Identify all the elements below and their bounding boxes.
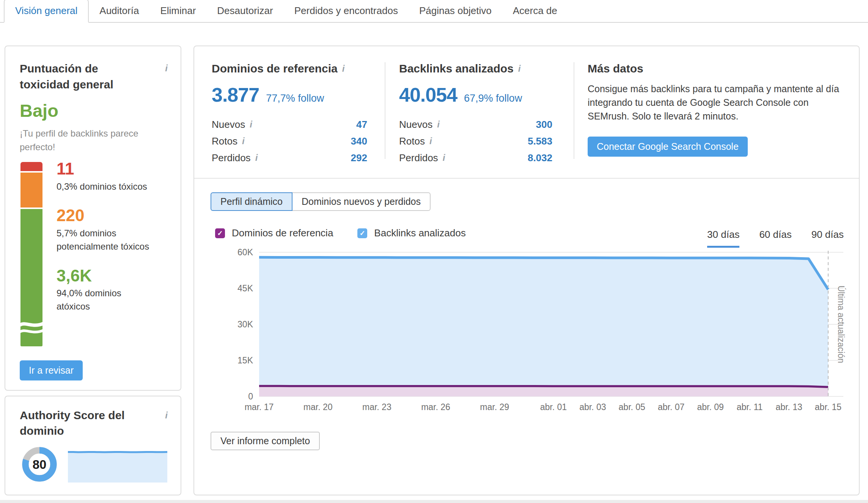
non-toxic-label: 94,0% dominios atóxicos xyxy=(57,287,156,313)
non-toxic-domains-stat: 3,6K 94,0% dominios atóxicos xyxy=(57,266,167,313)
toxic-domains-count: 11 xyxy=(57,159,167,179)
more-data-description: Consigue más backlinks para tu campaña y… xyxy=(588,82,849,123)
legend-dominios-referencia[interactable]: ✓ Dominios de referencia xyxy=(215,227,333,239)
row-value[interactable]: 8.032 xyxy=(528,152,552,164)
row-label: Perdidos xyxy=(212,152,251,164)
potentially-toxic-domains-stat: 220 5,7% dominios potencialmente tóxicos xyxy=(57,206,167,253)
toxicity-stats-list: 11 0,3% dominios tóxicos 220 5,7% domini… xyxy=(57,159,167,326)
tab-acerca-de[interactable]: Acerca de xyxy=(502,0,568,22)
view-tab-perfil-dinamico[interactable]: Perfil dinámico xyxy=(211,192,292,211)
row-label: Rotos xyxy=(212,135,237,147)
go-review-button[interactable]: Ir a revisar xyxy=(20,360,83,380)
row-value[interactable]: 300 xyxy=(536,119,552,130)
svg-text:30K: 30K xyxy=(237,319,253,329)
svg-text:abr. 01: abr. 01 xyxy=(540,402,567,412)
authority-card-title: Authority Score del dominio xyxy=(20,408,141,439)
tab-paginas-objetivo[interactable]: Páginas objetivo xyxy=(409,0,502,22)
checkbox-checked-icon[interactable]: ✓ xyxy=(215,228,225,238)
connect-gsc-button[interactable]: Conectar Google Search Console xyxy=(588,137,748,157)
row-value[interactable]: 5.583 xyxy=(528,135,552,147)
info-icon[interactable]: i xyxy=(165,64,168,73)
row-value[interactable]: 292 xyxy=(351,152,367,164)
bar-break-wave-icon xyxy=(20,321,43,336)
row-label: Nuevos xyxy=(212,119,245,130)
tab-auditoria[interactable]: Auditoría xyxy=(89,0,149,22)
backlinks-column: Backlinks analizados i 40.054 67,9% foll… xyxy=(399,62,552,166)
info-icon[interactable]: i xyxy=(429,137,432,146)
view-tab-dominios-nuevos-perdidos[interactable]: Dominios nuevos y perdidos xyxy=(292,192,431,211)
top-tab-bar: Visión general Auditoría Eliminar Desaut… xyxy=(0,0,868,23)
svg-text:mar. 26: mar. 26 xyxy=(421,402,450,412)
row-label: Nuevos xyxy=(399,119,432,130)
stat-row-nuevos: Nuevos i 300 xyxy=(399,116,552,133)
svg-text:Última actualización: Última actualización xyxy=(836,286,846,363)
toxicity-score-card: Puntuación de toxicidad general i Bajo ¡… xyxy=(5,46,181,391)
referring-domains-follow[interactable]: 77,7% follow xyxy=(266,93,324,104)
info-icon[interactable]: i xyxy=(342,64,345,73)
chart-legend: ✓ Dominios de referencia ✓ Backlinks ana… xyxy=(215,227,490,239)
profile-dynamics-chart[interactable]: 015K30K45K60KÚltima actualizaciónmar. 17… xyxy=(236,244,859,420)
svg-text:15K: 15K xyxy=(237,355,253,365)
stat-row-perdidos: Perdidos i 8.032 xyxy=(399,149,552,166)
stat-row-rotos: Rotos i 5.583 xyxy=(399,133,552,149)
toxicity-stacked-bar xyxy=(20,162,42,346)
legend-backlinks-analizados[interactable]: ✓ Backlinks analizados xyxy=(357,227,465,239)
info-icon[interactable]: i xyxy=(255,153,258,162)
non-toxic-count: 3,6K xyxy=(57,266,167,286)
authority-score-card: Authority Score del dominio i 80 xyxy=(5,396,181,495)
top-stats-row: Dominios de referencia i 3.877 77,7% fol… xyxy=(194,46,859,178)
legend-label: Dominios de referencia xyxy=(232,227,333,239)
legend-label: Backlinks analizados xyxy=(374,227,465,239)
authority-score-sparkline xyxy=(68,448,167,483)
potentially-toxic-label: 5,7% dominios potencialmente tóxicos xyxy=(57,227,156,253)
stat-row-perdidos: Perdidos i 292 xyxy=(212,149,367,166)
row-label: Rotos xyxy=(399,135,425,147)
referring-domains-title: Dominios de referencia xyxy=(212,62,338,75)
info-icon[interactable]: i xyxy=(242,137,245,146)
tab-eliminar[interactable]: Eliminar xyxy=(149,0,206,22)
svg-text:abr. 09: abr. 09 xyxy=(697,402,723,412)
stat-row-nuevos: Nuevos i 47 xyxy=(212,116,367,133)
referring-domains-column: Dominios de referencia i 3.877 77,7% fol… xyxy=(212,62,367,166)
toxicity-level-value: Bajo xyxy=(20,100,58,121)
more-data-column: Más datos Consigue más backlinks para tu… xyxy=(588,62,849,157)
non-toxic-bar-segment xyxy=(20,209,42,346)
svg-text:abr. 05: abr. 05 xyxy=(619,402,645,412)
full-report-button[interactable]: Ver informe completo xyxy=(211,432,320,450)
info-icon[interactable]: i xyxy=(518,64,521,73)
svg-text:abr. 11: abr. 11 xyxy=(737,402,763,412)
svg-text:45K: 45K xyxy=(237,283,253,293)
column-divider xyxy=(574,62,574,159)
info-icon[interactable]: i xyxy=(250,120,252,129)
info-icon[interactable]: i xyxy=(443,153,445,162)
tab-vision-general[interactable]: Visión general xyxy=(4,0,89,23)
potentially-toxic-bar-segment xyxy=(20,173,42,207)
chart-view-switch: Perfil dinámico Dominios nuevos y perdid… xyxy=(211,192,431,211)
toxicity-card-title: Puntuación de toxicidad general xyxy=(20,61,134,93)
potentially-toxic-count: 220 xyxy=(57,206,167,225)
section-divider xyxy=(194,178,859,179)
stat-row-rotos: Rotos i 340 xyxy=(212,133,367,149)
page-bottom-strip xyxy=(0,500,868,503)
backlinks-title: Backlinks analizados xyxy=(399,62,514,75)
svg-text:60K: 60K xyxy=(237,247,253,257)
overview-main-card: Dominios de referencia i 3.877 77,7% fol… xyxy=(193,46,860,495)
checkbox-checked-icon[interactable]: ✓ xyxy=(357,228,367,238)
backlinks-total[interactable]: 40.054 xyxy=(399,83,457,106)
row-value[interactable]: 47 xyxy=(356,119,367,130)
svg-text:abr. 03: abr. 03 xyxy=(579,402,606,412)
row-label: Perdidos xyxy=(399,152,438,164)
toxicity-message: ¡Tu perfil de backlinks parece perfecto! xyxy=(20,127,149,154)
row-value[interactable]: 340 xyxy=(351,135,367,147)
tab-perdidos-y-encontrados[interactable]: Perdidos y encontrados xyxy=(284,0,409,22)
backlinks-follow[interactable]: 67,9% follow xyxy=(464,93,522,104)
tab-desautorizar[interactable]: Desautorizar xyxy=(206,0,283,22)
svg-text:mar. 20: mar. 20 xyxy=(303,402,333,412)
info-icon[interactable]: i xyxy=(437,120,440,129)
toxic-domains-stat: 11 0,3% dominios tóxicos xyxy=(57,159,167,193)
info-icon[interactable]: i xyxy=(165,411,168,420)
backlink-audit-page: Visión general Auditoría Eliminar Desaut… xyxy=(0,0,868,503)
svg-text:abr. 15: abr. 15 xyxy=(815,402,841,412)
referring-domains-total[interactable]: 3.877 xyxy=(212,83,259,106)
authority-score-donut: 80 xyxy=(19,444,60,485)
